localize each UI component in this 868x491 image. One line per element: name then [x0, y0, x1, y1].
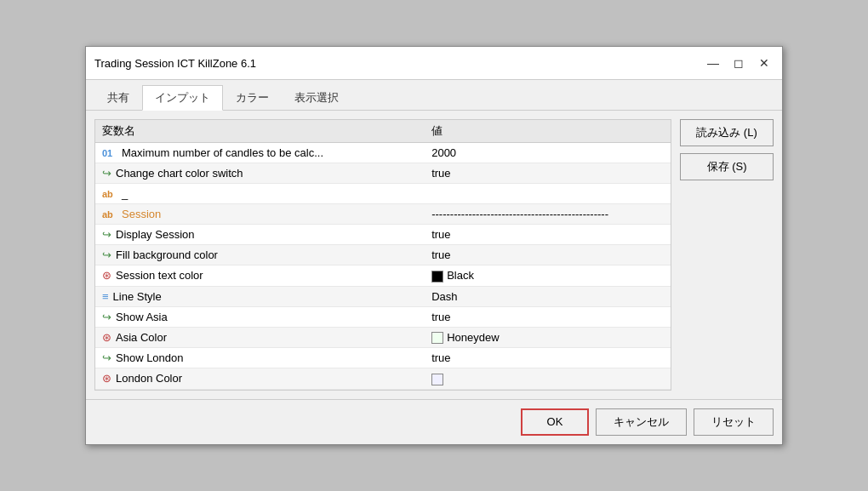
reset-button[interactable]: リセット: [694, 408, 774, 436]
maximize-button[interactable]: ◻: [729, 54, 748, 72]
row-icon: ↪: [102, 311, 111, 323]
var-name-cell: ab_: [95, 184, 351, 203]
col-varname-header: 変数名: [95, 120, 425, 143]
table-row[interactable]: ↪Show Londontrue: [95, 348, 671, 368]
var-value-cell[interactable]: 2000: [425, 143, 671, 163]
row-icon: ab: [102, 209, 117, 220]
save-button[interactable]: 保存 (S): [680, 153, 774, 180]
row-icon: ≡: [102, 290, 109, 303]
row-icon: ⊛: [102, 372, 111, 385]
row-icon: 01: [102, 148, 117, 158]
var-name-cell: ↪Show London: [95, 348, 351, 368]
load-button[interactable]: 読み込み (L): [680, 119, 774, 146]
var-value-cell[interactable]: Dash: [425, 286, 671, 306]
value-text: true: [431, 351, 450, 364]
row-name: _: [122, 187, 128, 200]
var-name-cell: ≡Line Style: [95, 287, 351, 306]
var-value-cell[interactable]: true: [425, 163, 671, 184]
color-swatch: [431, 374, 443, 385]
table-row[interactable]: ⊛Asia ColorHoneydew: [95, 327, 671, 348]
table-row[interactable]: ⊛Session text colorBlack: [95, 265, 671, 287]
minimize-button[interactable]: —: [704, 54, 722, 72]
table-scroll[interactable]: 変数名 値 01Maximum number of candles to be …: [95, 120, 671, 390]
var-name-cell: ⊛London Color: [95, 368, 351, 388]
table-row[interactable]: ab_: [95, 184, 671, 204]
color-swatch: [431, 271, 443, 283]
table-row[interactable]: abSession-------------------------------…: [95, 204, 671, 225]
table-row[interactable]: 01Maximum number of candles to be calc..…: [95, 143, 671, 163]
table-row[interactable]: ↪Fill background colortrue: [95, 245, 671, 265]
var-value-cell[interactable]: Honeydew: [425, 327, 671, 348]
row-name: London Color: [116, 372, 182, 385]
var-name-cell: abSession: [95, 204, 351, 224]
row-icon: ⊛: [102, 269, 111, 282]
table-row[interactable]: ↪Display Sessiontrue: [95, 225, 671, 245]
var-value-cell[interactable]: true: [425, 306, 671, 327]
row-icon: ↪: [102, 228, 111, 241]
color-swatch: [431, 332, 443, 344]
side-buttons-panel: 読み込み (L) 保存 (S): [680, 119, 774, 391]
value-text: Black: [447, 269, 474, 282]
value-text: ----------------------------------------…: [431, 208, 608, 220]
var-name-cell: ⊛Asia Color: [95, 328, 351, 347]
var-name-cell: 01Maximum number of candles to be calc..…: [95, 143, 351, 163]
var-value-cell[interactable]: [425, 184, 671, 204]
value-text: true: [431, 311, 450, 323]
row-name: Fill background color: [116, 248, 218, 261]
value-text: true: [431, 167, 450, 180]
bottom-bar: OK キャンセル リセット: [86, 399, 782, 444]
var-name-cell: ↪Display Session: [95, 225, 351, 244]
window-title: Trading Session ICT KillZone 6.1: [94, 57, 256, 70]
value-text: 2000: [431, 146, 456, 159]
row-name: Line Style: [113, 290, 162, 303]
table-row[interactable]: ↪Show Asiatrue: [95, 306, 671, 327]
parameters-table: 変数名 値 01Maximum number of candles to be …: [95, 120, 671, 390]
var-name-cell: ↪Change chart color switch: [95, 163, 351, 183]
var-value-cell[interactable]: true: [425, 225, 671, 245]
tab-display[interactable]: 表示選択: [282, 85, 351, 110]
ok-button[interactable]: OK: [521, 408, 589, 436]
row-name: Maximum number of candles to be calc...: [122, 146, 323, 159]
table-row[interactable]: ↪Change chart color switchtrue: [95, 163, 671, 184]
var-value-cell[interactable]: Black: [425, 265, 671, 287]
parameters-table-container: 変数名 値 01Maximum number of candles to be …: [94, 119, 671, 391]
cancel-button[interactable]: キャンセル: [596, 408, 687, 436]
value-text: true: [431, 228, 450, 241]
value-text: true: [431, 248, 450, 261]
var-name-cell: ↪Show Asia: [95, 307, 351, 327]
row-icon: ↪: [102, 351, 111, 364]
var-name-cell: ↪Fill background color: [95, 245, 351, 265]
table-row[interactable]: ⊛London Color: [95, 368, 671, 390]
row-name: Show London: [116, 351, 184, 364]
tab-kyoyu[interactable]: 共有: [94, 85, 142, 110]
var-value-cell[interactable]: true: [425, 245, 671, 265]
var-name-cell: ⊛Session text color: [95, 265, 351, 285]
row-icon: ↪: [102, 248, 111, 261]
tab-input[interactable]: インプット: [142, 85, 223, 111]
row-name: Session text color: [116, 269, 203, 282]
title-bar: Trading Session ICT KillZone 6.1 — ◻ ✕: [86, 47, 782, 80]
var-value-cell[interactable]: true: [425, 348, 671, 368]
row-name: Show Asia: [116, 311, 168, 323]
var-value-cell[interactable]: ----------------------------------------…: [425, 204, 671, 225]
content-area: 変数名 値 01Maximum number of candles to be …: [86, 111, 782, 399]
row-name: Asia Color: [116, 331, 167, 344]
value-text: Honeydew: [447, 331, 499, 344]
tab-color[interactable]: カラー: [223, 85, 282, 110]
row-name: Display Session: [116, 228, 195, 241]
table-row[interactable]: ≡Line StyleDash: [95, 286, 671, 306]
var-value-cell[interactable]: [425, 368, 671, 390]
row-name: Session: [122, 208, 161, 220]
row-icon: ⊛: [102, 331, 111, 344]
row-icon: ↪: [102, 167, 111, 180]
main-window: Trading Session ICT KillZone 6.1 — ◻ ✕ 共…: [85, 46, 783, 445]
close-button[interactable]: ✕: [755, 54, 774, 72]
window-controls: — ◻ ✕: [704, 54, 774, 72]
row-icon: ab: [102, 189, 117, 199]
row-name: Change chart color switch: [116, 167, 243, 180]
tab-bar: 共有 インプット カラー 表示選択: [86, 80, 782, 111]
value-text: Dash: [431, 290, 457, 303]
col-value-header: 値: [425, 120, 671, 143]
